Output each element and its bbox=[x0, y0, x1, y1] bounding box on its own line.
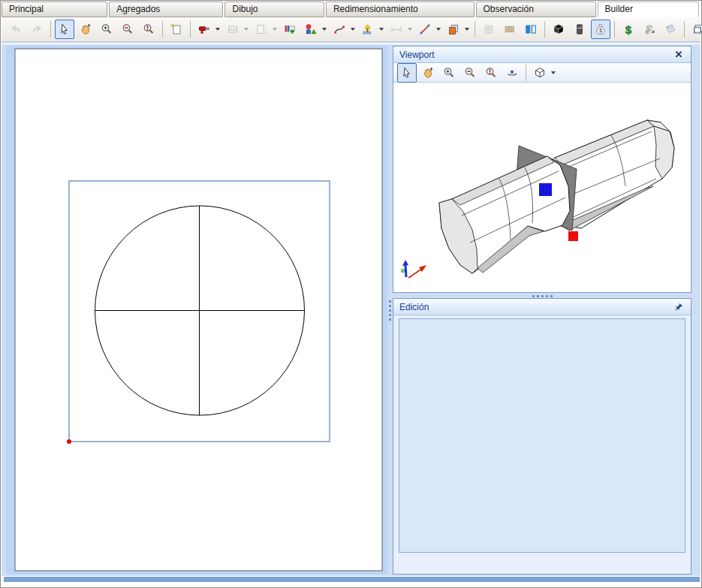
toolbar-button-red-line[interactable] bbox=[415, 20, 435, 39]
toolbar-button-zoom-out[interactable] bbox=[118, 20, 137, 39]
close-icon[interactable]: ✕ bbox=[673, 49, 685, 61]
layers-icon bbox=[692, 23, 702, 35]
client-area: Viewport ✕ bbox=[2, 44, 700, 576]
toolbar-button-select[interactable] bbox=[55, 20, 74, 39]
toolbar-button-cabinet[interactable] bbox=[570, 20, 589, 39]
toolbar-button-spline[interactable] bbox=[330, 20, 349, 39]
cabinet-icon bbox=[574, 23, 586, 35]
chevron-down-icon bbox=[244, 28, 249, 31]
edicion-panel-header: Edición bbox=[393, 299, 691, 315]
toolbar-button-shapes[interactable] bbox=[301, 20, 321, 39]
viewport-toolbar-button-select[interactable] bbox=[397, 63, 417, 83]
shapes-icon bbox=[305, 23, 317, 35]
toolbar-button-cube-black[interactable] bbox=[549, 20, 568, 39]
toolbar-button-tan-grid[interactable] bbox=[500, 20, 520, 39]
toolbar-button-panel-outline bbox=[252, 20, 271, 39]
drawing-canvas[interactable] bbox=[6, 46, 387, 574]
undo-icon bbox=[10, 23, 22, 35]
svg-text:$: $ bbox=[625, 23, 632, 35]
toolbar-button-layers[interactable] bbox=[688, 20, 702, 39]
orbit-icon bbox=[506, 67, 518, 79]
viewport-3d-view[interactable] bbox=[393, 83, 691, 292]
chevron-down-icon bbox=[408, 28, 412, 31]
cube-add-icon bbox=[643, 23, 655, 35]
viewport-toolbar-button-view-cube[interactable] bbox=[530, 63, 550, 83]
right-panel-column: Viewport ✕ bbox=[393, 46, 691, 574]
edicion-content[interactable] bbox=[399, 318, 685, 553]
new-sheet-icon bbox=[170, 23, 182, 35]
tab-builder[interactable]: Builder bbox=[598, 2, 699, 17]
edicion-panel: Edición bbox=[393, 298, 691, 574]
viewport-panel: Viewport ✕ bbox=[393, 46, 691, 293]
marker-icon bbox=[362, 23, 374, 35]
viewport-panel-title: Viewport bbox=[399, 50, 673, 60]
tab-agregados[interactable]: Agregados bbox=[109, 2, 223, 17]
chevron-down-icon[interactable] bbox=[465, 28, 469, 31]
toolbar-separator bbox=[50, 21, 51, 38]
tab-redimensionamiento[interactable]: Redimensionamiento bbox=[326, 2, 475, 17]
toolbar-button-table bbox=[223, 20, 243, 39]
toolbar-separator bbox=[526, 65, 526, 81]
toolbar-button-pan[interactable] bbox=[76, 20, 95, 39]
chevron-down-icon[interactable] bbox=[215, 28, 220, 31]
toolbar-separator bbox=[544, 21, 545, 38]
point-handle[interactable] bbox=[568, 231, 578, 241]
viewport-toolbar-button-zoom-extents[interactable] bbox=[481, 63, 501, 83]
toolbar-button-redo bbox=[27, 20, 47, 39]
tan-grid-icon bbox=[504, 23, 516, 35]
chevron-down-icon[interactable] bbox=[379, 28, 384, 31]
toolbar-separator bbox=[162, 21, 163, 38]
toolbar-button-zoom-in[interactable] bbox=[97, 20, 116, 39]
svg-text:$: $ bbox=[599, 28, 602, 33]
toolbar-button-undo bbox=[6, 20, 26, 39]
toolbar-separator bbox=[684, 21, 685, 38]
zoom-in-icon bbox=[101, 23, 113, 35]
toolbar-button-tag[interactable] bbox=[661, 20, 680, 39]
toolbar-button-new-sheet[interactable] bbox=[167, 20, 186, 39]
3d-scene bbox=[393, 83, 690, 292]
toolbar-button-zoom-extents[interactable] bbox=[139, 20, 158, 39]
pan-icon bbox=[422, 67, 434, 79]
origin-point-marker[interactable] bbox=[67, 439, 71, 444]
viewport-toolbar-button-zoom-in[interactable] bbox=[439, 63, 459, 83]
toolbar-button-window-orange[interactable] bbox=[444, 20, 463, 39]
selected-handle[interactable] bbox=[539, 183, 552, 196]
window-orange-icon bbox=[447, 23, 459, 35]
tab-principal[interactable]: Principal bbox=[2, 2, 107, 17]
viewport-toolbar-button-orbit[interactable] bbox=[502, 63, 522, 83]
vertical-splitter[interactable] bbox=[387, 46, 393, 574]
chevron-down-icon[interactable] bbox=[322, 28, 327, 31]
redo-icon bbox=[31, 23, 43, 35]
chevron-down-icon bbox=[273, 28, 277, 31]
zoom-in-icon bbox=[443, 67, 455, 79]
zoom-extents-icon bbox=[485, 67, 497, 79]
toolbar-button-marker[interactable] bbox=[358, 20, 378, 39]
zoom-out-icon bbox=[122, 23, 134, 35]
viewport-toolbar-button-pan[interactable] bbox=[418, 63, 438, 83]
toolbar-button-cube-add[interactable] bbox=[640, 20, 659, 39]
viewport-toolbar bbox=[393, 63, 691, 83]
stamp-icon bbox=[483, 23, 495, 35]
toolbar-button-drill[interactable] bbox=[194, 20, 214, 39]
chevron-down-icon[interactable] bbox=[436, 28, 441, 31]
toolbar-button-dimension bbox=[387, 20, 406, 39]
pin-icon[interactable] bbox=[673, 301, 685, 313]
tab-observacion[interactable]: Observación bbox=[476, 2, 596, 17]
tab-dibujo[interactable]: Dibujo bbox=[224, 2, 324, 17]
axis-triad-icon bbox=[401, 260, 426, 278]
drill-icon bbox=[198, 23, 210, 35]
toolbar-button-blue-split[interactable] bbox=[521, 20, 541, 39]
viewport-toolbar-button-zoom-out[interactable] bbox=[460, 63, 480, 83]
chevron-down-icon[interactable] bbox=[551, 71, 556, 74]
toolbar-button-clamp-add[interactable] bbox=[280, 20, 300, 39]
drawing-page bbox=[15, 49, 382, 571]
chevron-down-icon[interactable] bbox=[351, 28, 355, 31]
toolbar-button-money-bag[interactable]: $ bbox=[591, 20, 610, 39]
toolbar-button-dollar[interactable]: $ bbox=[619, 20, 638, 39]
money-bag-icon: $ bbox=[595, 23, 607, 35]
spline-icon bbox=[333, 23, 345, 35]
toolbar-separator bbox=[614, 21, 615, 38]
select-icon bbox=[59, 23, 71, 35]
cube-black-icon bbox=[553, 23, 565, 35]
app-window: PrincipalAgregadosDibujoRedimensionamien… bbox=[0, 0, 702, 588]
